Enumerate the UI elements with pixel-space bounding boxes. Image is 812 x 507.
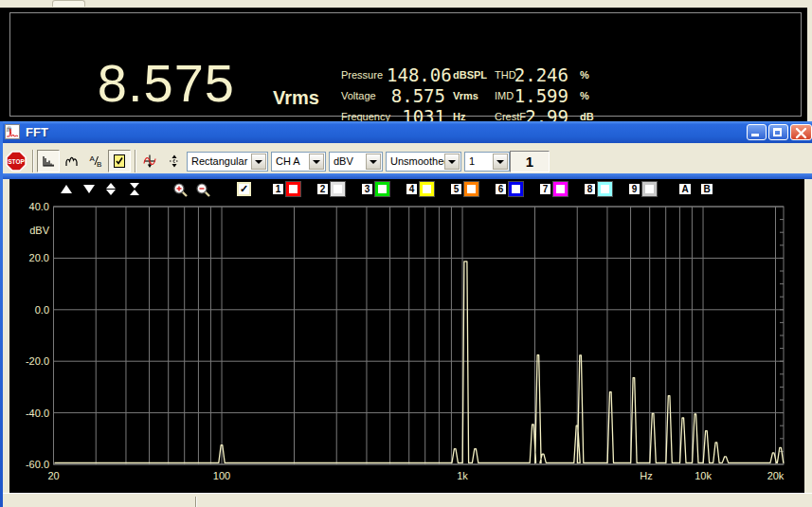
fft-titlebar[interactable]: fft FFT bbox=[0, 121, 812, 143]
channel-3-checkbox[interactable] bbox=[375, 182, 389, 196]
window-left-border bbox=[0, 121, 3, 507]
down-triangle-icon bbox=[130, 183, 139, 189]
chevron-down-icon[interactable] bbox=[251, 154, 266, 170]
up-triangle-icon bbox=[106, 183, 116, 189]
memory-b-button[interactable]: B bbox=[700, 183, 713, 195]
y-axis-tick-label: -20.0 bbox=[26, 355, 49, 367]
zoom-out-icon[interactable] bbox=[195, 182, 211, 202]
meter-m-label: Pressure bbox=[341, 64, 383, 85]
meter-row: Pressure148.06dBSPLTHD2.246% bbox=[339, 64, 623, 85]
zoom-in-icon[interactable] bbox=[172, 182, 189, 202]
svg-text:A: A bbox=[90, 154, 96, 163]
fft-trace bbox=[55, 262, 784, 463]
curve-outline-icon bbox=[64, 154, 80, 169]
channel-5-checkbox[interactable] bbox=[464, 182, 478, 196]
up-triangle-icon bbox=[130, 190, 139, 195]
spectrum-bars-button[interactable] bbox=[37, 150, 60, 172]
x-axis-tick-label: 20 bbox=[47, 470, 59, 481]
x-axis-tick-label: 100 bbox=[213, 470, 230, 481]
channel-9-checkbox[interactable] bbox=[642, 182, 657, 196]
svg-text:B: B bbox=[97, 160, 101, 169]
channel-1-checkbox[interactable] bbox=[286, 182, 300, 196]
combo-value: dBV bbox=[334, 155, 353, 167]
x-axis-tick-label: 20k bbox=[767, 470, 785, 481]
x-axis-tick-label: 1k bbox=[457, 470, 468, 481]
checklist-icon bbox=[112, 154, 127, 169]
maximize-button[interactable] bbox=[768, 124, 788, 140]
memory-a-button[interactable]: A bbox=[678, 183, 692, 195]
toolbar-separator bbox=[135, 150, 136, 172]
channel-2-checkbox[interactable] bbox=[331, 182, 345, 196]
y-axis-unit-label: dBV bbox=[29, 225, 49, 236]
scale-down-button[interactable] bbox=[83, 185, 95, 193]
meter-m-value2: 1.599 bbox=[510, 85, 568, 106]
combo-value: Unsmoothed bbox=[390, 155, 449, 167]
y-axis-tick-label: 20.0 bbox=[29, 252, 49, 263]
meter-m-value2: 2.246 bbox=[510, 64, 568, 85]
peak-markers-button[interactable] bbox=[163, 150, 186, 172]
chevron-down-icon[interactable] bbox=[366, 154, 381, 170]
meter-m-label: Voltage bbox=[341, 85, 376, 106]
channel-1-label: 1 bbox=[272, 183, 284, 195]
spectrum-bars-icon bbox=[41, 154, 56, 169]
transfer-function-icon bbox=[142, 154, 157, 169]
channel-6-label: 6 bbox=[495, 183, 507, 195]
x-axis-tick-label: Hz bbox=[640, 470, 652, 481]
fft-window: fft FFT STOP bbox=[0, 121, 812, 507]
expand-scale-button[interactable] bbox=[106, 183, 116, 195]
stop-button[interactable]: STOP bbox=[5, 150, 27, 172]
channel-4-label: 4 bbox=[406, 183, 418, 195]
bottom-panel-edge bbox=[0, 493, 812, 507]
channel-2-label: 2 bbox=[316, 183, 329, 195]
meter-main-unit: Vrms bbox=[273, 87, 319, 109]
chevron-down-icon[interactable] bbox=[493, 154, 508, 170]
compress-scale-button[interactable] bbox=[130, 183, 139, 195]
bottom-divider-groove bbox=[195, 497, 197, 507]
chevron-down-icon[interactable] bbox=[309, 154, 324, 170]
ab-compare-button[interactable]: A B bbox=[84, 150, 107, 172]
top-window-edge bbox=[0, 0, 812, 8]
channel-8-checkbox[interactable] bbox=[598, 182, 612, 196]
fft-plot[interactable]: 40.020.00.0-20.0-40.0-60.0dBV201001kHz10… bbox=[9, 179, 804, 493]
svg-text:STOP: STOP bbox=[8, 158, 25, 165]
plot-border bbox=[54, 207, 785, 464]
close-button[interactable] bbox=[790, 124, 812, 140]
fft-graph-panel: 40.020.00.0-20.0-40.0-60.0dBV201001kHz10… bbox=[9, 179, 804, 493]
ab-compare-icon: A B bbox=[88, 154, 103, 169]
channel-3-label: 3 bbox=[361, 183, 373, 195]
channel-combobox[interactable]: CH A bbox=[271, 152, 326, 172]
average-count-display: 1 bbox=[510, 151, 550, 172]
meter-m-unit: Vrms bbox=[453, 85, 478, 106]
meter-m-unit2: % bbox=[580, 64, 589, 85]
averages-combobox[interactable]: 1 bbox=[464, 152, 510, 172]
amplitude-unit-combobox[interactable]: dBV bbox=[329, 152, 383, 172]
y-axis-tick-label: 40.0 bbox=[29, 201, 49, 212]
chevron-down-icon[interactable] bbox=[444, 154, 460, 170]
curve-outline-button[interactable] bbox=[61, 150, 83, 172]
minimize-button[interactable] bbox=[747, 124, 767, 140]
measurement-checklist-button[interactable] bbox=[108, 150, 131, 172]
transfer-function-button[interactable] bbox=[138, 150, 161, 172]
fft-window-function-combobox[interactable]: Rectangular bbox=[187, 152, 268, 172]
meter-readings-table: Pressure148.06dBSPLTHD2.246%Voltage8.575… bbox=[339, 55, 623, 121]
meter-row: Voltage8.575VrmsIMD1.599% bbox=[339, 85, 623, 106]
trace-visible-checkbox[interactable]: ✓ bbox=[237, 182, 251, 196]
channel-6-checkbox[interactable] bbox=[509, 182, 523, 196]
top-window-tab bbox=[52, 0, 85, 7]
meter-right-edge bbox=[807, 8, 812, 121]
channel-7-checkbox[interactable] bbox=[553, 182, 568, 196]
meter-m-unit2: % bbox=[580, 85, 589, 106]
level-meter-panel: 8.575 Vrms Pressure148.06dBSPLTHD2.246%V… bbox=[0, 8, 812, 121]
smoothing-combobox[interactable]: Unsmoothed bbox=[386, 152, 461, 172]
y-axis-tick-label: -60.0 bbox=[26, 459, 49, 470]
meter-m-value: 148.06 bbox=[387, 64, 445, 85]
channel-7-label: 7 bbox=[539, 183, 551, 195]
meter-main-value: 8.575 bbox=[57, 52, 235, 109]
peak-markers-icon bbox=[167, 154, 182, 169]
scale-up-button[interactable] bbox=[61, 185, 72, 193]
meter-m-unit: dBSPL bbox=[453, 64, 487, 85]
meter-m-value: 8.575 bbox=[387, 85, 445, 106]
down-triangle-icon bbox=[106, 190, 116, 195]
fft-app-icon: fft bbox=[5, 124, 20, 139]
channel-4-checkbox[interactable] bbox=[420, 182, 434, 196]
